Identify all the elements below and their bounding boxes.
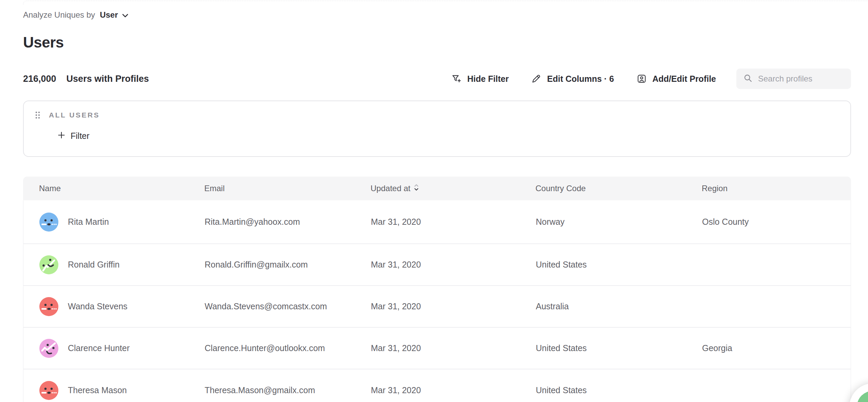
column-header-email[interactable]: Email	[204, 184, 371, 193]
help-beacon-icon	[857, 391, 868, 402]
profile-count: 216,000 Users with Profiles	[23, 74, 149, 84]
table-row[interactable]: Ronald Griffin Ronald.Griffin@gmailx.com…	[23, 244, 851, 286]
column-header-region[interactable]: Region	[702, 184, 851, 193]
chevron-down-icon	[122, 10, 128, 20]
user-country-code: United States	[536, 260, 702, 270]
user-name: Rita Martin	[68, 217, 109, 227]
user-country-code: United States	[536, 385, 702, 395]
edit-columns-button[interactable]: Edit Columns · 6	[531, 74, 614, 84]
user-updated-at: Mar 31, 2020	[371, 217, 536, 227]
user-email: Ronald.Griffin@gmailx.com	[205, 260, 371, 270]
table-row[interactable]: Rita Martin Rita.Martin@yahoox.com Mar 3…	[23, 200, 851, 244]
user-avatar-zigzag-smile-icon	[39, 339, 58, 358]
plus-icon	[58, 131, 65, 141]
name-cell: Rita Martin	[39, 213, 205, 232]
add-filter-button[interactable]: Filter	[58, 131, 90, 141]
add-edit-profile-button[interactable]: Add/Edit Profile	[637, 74, 716, 84]
profile-card-icon	[637, 74, 647, 84]
user-avatar-neutral-face-icon	[39, 381, 58, 400]
user-country-code: United States	[536, 343, 702, 353]
column-header-updated-at[interactable]: Updated at	[371, 183, 535, 194]
user-name: Clarence Hunter	[68, 343, 130, 353]
users-page: Analyze Uniques by User Users 216,000 Us…	[0, 0, 868, 402]
user-email: Theresa.Mason@gmailx.com	[205, 385, 371, 395]
user-updated-at: Mar 31, 2020	[371, 260, 536, 270]
name-cell: Wanda Stevens	[39, 297, 205, 316]
hide-filter-button[interactable]: Hide Filter	[451, 74, 509, 84]
add-edit-profile-label: Add/Edit Profile	[653, 74, 716, 84]
filter-group-row: ALL USERS	[35, 111, 839, 120]
name-cell: Theresa Mason	[39, 381, 205, 400]
user-email: Clarence.Hunter@outlookx.com	[205, 343, 371, 353]
help-beacon-button[interactable]	[849, 383, 868, 402]
analyze-uniques-dropdown[interactable]: User	[100, 10, 128, 20]
filter-card: ALL USERS Filter	[23, 100, 851, 157]
table-row[interactable]: Wanda Stevens Wanda.Stevens@comcastx.com…	[23, 286, 851, 328]
user-name: Theresa Mason	[68, 385, 127, 395]
analyze-uniques-value: User	[100, 10, 118, 20]
table-header: Name Email Updated at Country Code Regio…	[23, 177, 851, 200]
user-updated-at: Mar 31, 2020	[371, 343, 536, 353]
user-email: Wanda.Stevens@comcastx.com	[205, 302, 371, 311]
user-avatar-zigzag-smile-icon	[39, 255, 58, 274]
search-icon	[743, 73, 753, 84]
user-updated-at: Mar 31, 2020	[371, 302, 536, 311]
user-email: Rita.Martin@yahoox.com	[205, 217, 371, 227]
user-country-code: Norway	[536, 217, 702, 227]
profile-count-label: Users with Profiles	[67, 74, 149, 84]
add-filter-label: Filter	[71, 131, 90, 141]
user-updated-at: Mar 31, 2020	[371, 385, 536, 395]
funnel-plus-icon	[451, 74, 461, 84]
filter-group-label: ALL USERS	[49, 111, 100, 119]
hide-filter-label: Hide Filter	[467, 74, 509, 84]
table-body: Rita Martin Rita.Martin@yahoox.com Mar 3…	[23, 200, 851, 402]
toolbar: Hide Filter Edit Columns · 6	[451, 69, 851, 89]
search-profiles-box[interactable]	[736, 69, 851, 89]
drag-handle-icon[interactable]	[35, 111, 41, 120]
user-avatar-neutral-face-icon	[39, 213, 58, 232]
user-region: Georgia	[702, 343, 851, 353]
user-avatar-neutral-face-icon	[39, 297, 58, 316]
sort-icon	[414, 183, 419, 194]
user-region: Oslo County	[702, 217, 851, 227]
analyze-uniques-label: Analyze Uniques by	[23, 10, 95, 20]
user-name: Ronald Griffin	[68, 260, 119, 270]
page-title: Users	[23, 34, 851, 51]
table-row[interactable]: Clarence Hunter Clarence.Hunter@outlookx…	[23, 328, 851, 369]
name-cell: Clarence Hunter	[39, 339, 205, 358]
column-header-country-code[interactable]: Country Code	[535, 184, 702, 193]
column-header-name[interactable]: Name	[39, 184, 204, 193]
pencil-icon	[531, 74, 541, 84]
edit-columns-label: Edit Columns · 6	[547, 74, 614, 84]
table-row[interactable]: Theresa Mason Theresa.Mason@gmailx.com M…	[23, 369, 851, 402]
stats-toolbar-row: 216,000 Users with Profiles Hide Filter	[23, 69, 851, 89]
profile-count-value: 216,000	[23, 74, 56, 84]
search-profiles-input[interactable]	[758, 74, 863, 84]
users-table: Name Email Updated at Country Code Regio…	[23, 177, 851, 402]
user-name: Wanda Stevens	[68, 302, 128, 311]
name-cell: Ronald Griffin	[39, 255, 205, 274]
user-country-code: Australia	[536, 302, 702, 311]
top-divider	[23, 1, 868, 5]
